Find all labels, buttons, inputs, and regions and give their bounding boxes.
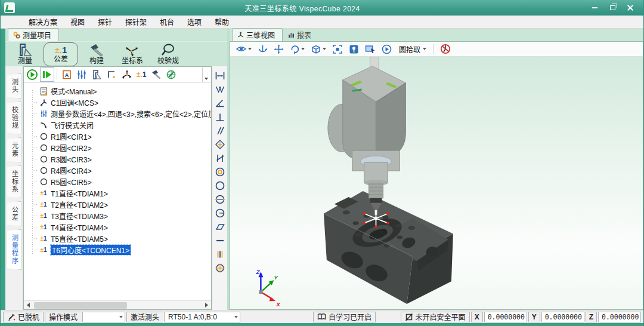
axis-z-label: Z (255, 269, 260, 275)
tol-perpendicularity-button[interactable] (213, 110, 227, 124)
tree-item-tol-4[interactable]: ±1 T4直径<TDIAM4> (29, 222, 211, 233)
tol-angularity-button[interactable] (213, 151, 227, 165)
side-tab-tolerance[interactable]: 公差 (7, 201, 21, 226)
self-learning-status[interactable]: 自学习已开启 (313, 312, 376, 322)
program-tree[interactable]: 模式<Manual> C1回调<MCS> 测量参数逼 (24, 83, 211, 300)
side-tab-probe[interactable]: 测头 (7, 73, 21, 99)
tol-total-runout-button[interactable] (213, 206, 227, 220)
pan-button[interactable] (272, 42, 286, 56)
tol-distance-button[interactable] (213, 69, 227, 82)
locate-button[interactable] (347, 42, 361, 56)
probe-path-button[interactable] (164, 67, 178, 82)
ribbon-measure-button[interactable]: 测量 (8, 42, 42, 66)
tree-item-circle-2[interactable]: R2圆<CIR2> (29, 142, 211, 153)
tree-item-params[interactable]: 测量参数逼近<4>,回退<3>,搜索<6>,定位<2>,定位加<2>,测 (29, 108, 211, 119)
tab-3d-view[interactable]: 三维视图 (232, 28, 283, 41)
tol-angle-button[interactable] (213, 96, 227, 110)
zoom-fit-button[interactable] (330, 42, 345, 56)
tol-circular-runout-button[interactable] (213, 192, 227, 206)
csys-button[interactable] (119, 67, 134, 82)
caliper-icon (91, 69, 102, 80)
parameters-button[interactable] (75, 67, 89, 82)
safety-plane-status[interactable]: 未开启安全平面 (401, 312, 470, 322)
tree-item-tol-3[interactable]: ±1 T3直径<TDIAM3> (29, 210, 211, 222)
menu-machine[interactable]: 机台 (153, 16, 181, 28)
ribbon-gauge-button[interactable]: 校验规 (151, 42, 185, 66)
close-button[interactable] (626, 4, 635, 12)
tol-concentricity-button[interactable] (213, 165, 227, 179)
auto-run-button[interactable] (380, 42, 394, 56)
tol-true-position-button[interactable] (213, 261, 227, 275)
tab-measure-project[interactable]: 测量项目 (8, 28, 59, 41)
minimize-button[interactable] (590, 4, 599, 12)
tree-item-recall[interactable]: C1回调<MCS> (29, 97, 211, 108)
ribbon-tolerance-button[interactable]: ±.1 公差 (44, 42, 78, 66)
side-tab-element[interactable]: 元素 (7, 137, 21, 162)
window-bottom-edge (1, 323, 643, 326)
active-probe-select[interactable]: RT50-1 A:0,B:0 (164, 312, 240, 322)
tol-symmetry-button[interactable] (213, 247, 227, 261)
tree-item-tol-2[interactable]: ±1 T2直径<TDIAM2> (29, 199, 211, 210)
side-tab-program[interactable]: 测量程序 (7, 229, 21, 270)
tol-position-button[interactable] (213, 137, 227, 151)
view-cube-button[interactable] (309, 42, 328, 56)
rotate-button[interactable] (288, 42, 306, 56)
step-run-icon (41, 69, 53, 81)
tol-flatness-button[interactable] (213, 220, 227, 233)
side-tab-csys[interactable]: 坐标系 (7, 165, 21, 198)
scrollbar-track[interactable] (33, 302, 202, 309)
scrollbar-thumb[interactable] (34, 302, 127, 309)
tolerance-button[interactable]: ±.1 (134, 67, 148, 82)
tree-item-circle-3[interactable]: R3圆<CIR3> (29, 153, 211, 165)
report-icon (288, 32, 295, 38)
scroll-left-button[interactable] (24, 301, 33, 309)
offline-icon (7, 313, 16, 321)
axis-x-label: X (275, 301, 281, 307)
3d-viewport[interactable]: Z Y X (230, 57, 643, 310)
menu-view[interactable]: 视图 (64, 16, 91, 28)
tol-parallelism-button[interactable] (213, 124, 227, 137)
measure-element-button[interactable] (89, 67, 104, 82)
corner-button[interactable] (104, 67, 119, 82)
label-button[interactable]: A (60, 67, 74, 82)
ribbon-construct-button[interactable]: 构建 (79, 42, 114, 66)
construct-button[interactable] (149, 67, 163, 82)
tree-item-concentricity[interactable]: ±1 T6同心度<TCONCEN1> (29, 244, 211, 256)
step-run-button[interactable] (40, 67, 54, 82)
tol-straightness-button[interactable] (213, 233, 227, 247)
side-tab-gauge[interactable]: 校验规 (7, 102, 21, 134)
probe-disable-button[interactable] (438, 42, 453, 56)
circle-pick-button[interactable]: 圆拾取 (396, 42, 428, 56)
tree-item-fly-mode[interactable]: 飞行模式关闭 (29, 119, 211, 131)
tree-item-circle-4[interactable]: R4圆<CIR4> (29, 165, 211, 176)
menu-probe[interactable]: 探针 (91, 16, 119, 28)
toolbar-overflow-button[interactable] (202, 67, 210, 82)
play-circle-icon (382, 44, 392, 54)
tree-item-mode[interactable]: 模式<Manual> (29, 85, 211, 97)
tree-item-circle-5[interactable]: R5圆<CIR5> (29, 176, 211, 187)
operation-mode-select[interactable] (82, 312, 125, 322)
tol-runout-arrows-button[interactable] (213, 82, 227, 96)
tree-item-tol-1[interactable]: ±1 T1直径<TDIAM1> (29, 187, 211, 199)
orbit-button[interactable] (256, 42, 270, 56)
hammer-small-icon (151, 69, 162, 80)
tree-horizontal-scrollbar[interactable] (24, 300, 211, 309)
restore-button[interactable] (608, 4, 617, 12)
menu-solution[interactable]: 解决方案 (22, 16, 64, 28)
menu-options[interactable]: 选项 (181, 16, 208, 28)
active-probe-label: 激活测头 (126, 312, 163, 322)
scroll-right-button[interactable] (202, 301, 211, 309)
ribbon-csys-button[interactable]: 坐标系 (115, 42, 150, 66)
chevron-down-icon (205, 78, 208, 80)
window-select-button[interactable] (363, 42, 377, 56)
tab-report[interactable]: 报表 (283, 28, 319, 41)
visibility-button[interactable] (234, 42, 253, 56)
menu-help[interactable]: 帮助 (208, 16, 236, 28)
run-program-button[interactable] (25, 67, 39, 82)
tree-item-tol-5[interactable]: ±1 T5直径<TDIAM5> (29, 233, 211, 244)
tol-roundness-button[interactable] (213, 179, 227, 192)
scroll-left-icon (27, 303, 30, 307)
tree-item-circle-1[interactable]: R1圆<CIR1> (29, 131, 211, 142)
toolbar-separator (57, 69, 57, 80)
menu-probe-rack[interactable]: 探针架 (119, 16, 153, 28)
